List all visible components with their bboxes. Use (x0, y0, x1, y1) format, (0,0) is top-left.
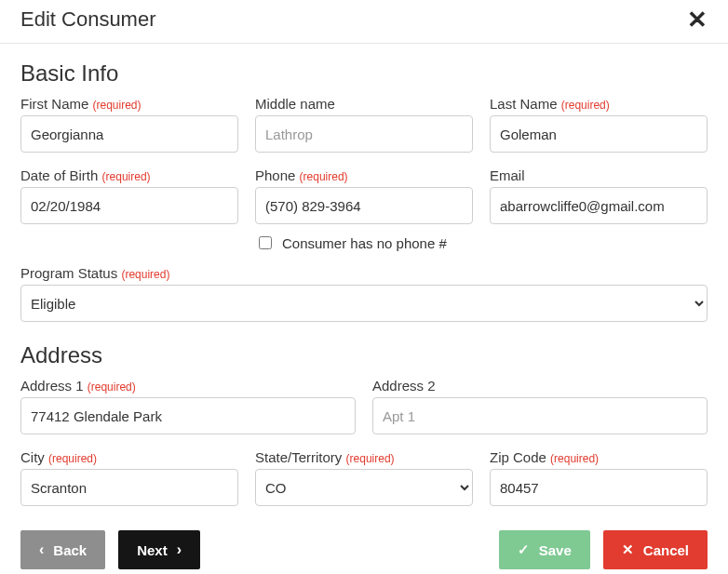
city-label: City (20, 449, 45, 465)
back-button-label: Back (53, 542, 87, 558)
middle-name-label: Middle name (255, 96, 335, 112)
field-first-name: First Name (required) (20, 96, 238, 153)
program-status-label: Program Status (20, 265, 117, 281)
save-button-label: Save (539, 542, 572, 558)
phone-label: Phone (255, 167, 295, 183)
dialog-title: Edit Consumer (20, 7, 156, 32)
middle-name-input[interactable] (255, 115, 473, 153)
dialog-body: Basic Info First Name (required) Middle … (0, 44, 728, 574)
address1-required: (required) (88, 380, 136, 394)
next-button[interactable]: Next › (118, 530, 200, 569)
section-basic-info: Basic Info (20, 60, 708, 87)
phone-required: (required) (300, 170, 348, 183)
zip-label: Zip Code (490, 449, 546, 465)
field-city: City (required) (20, 449, 238, 506)
address1-input[interactable] (20, 397, 356, 434)
cancel-button-label: Cancel (643, 542, 689, 558)
x-icon (622, 541, 634, 558)
address1-label: Address 1 (20, 378, 84, 394)
check-icon (518, 541, 530, 558)
field-dob: Date of Birth (required) (20, 167, 238, 224)
field-phone: Phone (required) (255, 167, 473, 224)
zip-required: (required) (550, 452, 599, 465)
address2-input[interactable] (372, 397, 708, 434)
phone-input[interactable] (255, 187, 473, 224)
last-name-required: (required) (561, 99, 610, 112)
dob-label: Date of Birth (20, 167, 98, 183)
field-program-status: Program Status (required) Eligible (20, 265, 708, 322)
state-label: State/Territory (255, 449, 342, 465)
last-name-label: Last Name (490, 96, 558, 112)
state-required: (required) (346, 452, 395, 465)
zip-input[interactable] (490, 469, 708, 506)
last-name-input[interactable] (490, 115, 708, 153)
email-input[interactable] (490, 187, 708, 224)
field-address1: Address 1 (required) (20, 378, 356, 434)
save-button[interactable]: Save (499, 530, 590, 569)
chevron-left-icon: ‹ (39, 542, 44, 557)
no-phone-checkbox[interactable] (259, 236, 272, 249)
cancel-button[interactable]: Cancel (603, 530, 708, 569)
state-select[interactable]: CO (255, 469, 473, 506)
program-status-required: (required) (121, 268, 169, 281)
email-label: Email (490, 167, 525, 183)
field-state: State/Territory (required) CO (255, 449, 473, 506)
no-phone-label: Consumer has no phone # (282, 235, 447, 251)
address2-label: Address 2 (372, 378, 436, 394)
dialog-header: Edit Consumer ✕ (0, 0, 728, 44)
dob-required: (required) (102, 170, 151, 183)
field-middle-name: Middle name (255, 96, 473, 153)
program-status-select[interactable]: Eligible (20, 285, 708, 322)
field-address2: Address 2 (372, 378, 708, 434)
field-email: Email (490, 167, 708, 224)
chevron-right-icon: › (177, 542, 182, 557)
first-name-label: First Name (20, 96, 88, 112)
next-button-label: Next (137, 542, 168, 558)
close-icon[interactable]: ✕ (687, 8, 708, 31)
field-zip: Zip Code (required) (490, 449, 708, 506)
first-name-required: (required) (93, 99, 142, 112)
city-input[interactable] (20, 469, 238, 506)
dialog-footer: ‹ Back Next › Save Cancel (20, 530, 708, 569)
field-last-name: Last Name (required) (490, 96, 708, 153)
dob-input[interactable] (20, 187, 238, 224)
city-required: (required) (48, 452, 97, 465)
back-button[interactable]: ‹ Back (20, 530, 105, 569)
first-name-input[interactable] (20, 115, 238, 153)
section-address: Address (20, 342, 708, 368)
no-phone-row: Consumer has no phone # (255, 234, 708, 252)
